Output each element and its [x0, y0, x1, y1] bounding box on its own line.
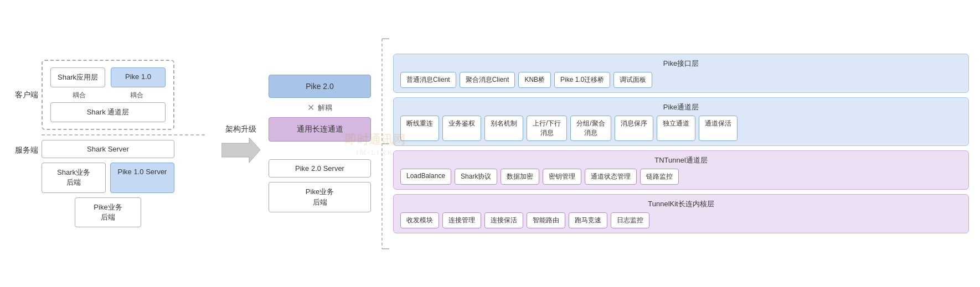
client-dashed-box: Shark应用层 Pike 1.0 耦合 耦合 Shark 通道层 [42, 60, 174, 130]
item-debug-panel: 调试面板 [613, 72, 652, 88]
arch-label: 架构升级 [225, 124, 256, 134]
shark-server-box: Shark Server [42, 140, 174, 158]
decouple-label: 解耦 [318, 103, 332, 113]
pike-channel-items: 断线重连 业务鉴权 别名机制 上行/下行消息 分组/聚合消息 消息保序 独立通道… [400, 116, 962, 141]
pike-channel-title: Pike通道层 [400, 102, 962, 112]
server-row: 服务端 Shark Server Shark业务后端 Pike 1.0 Serv… [11, 140, 205, 227]
tunnelkit-layer: TunnelKit长连内核层 收发模块 连接管理 连接保活 智能路由 跑马竞速 … [393, 194, 969, 233]
coupling2-label: 耦合 [130, 91, 143, 100]
pike-interface-items: 普通消息Client 聚合消息Client KNB桥 Pike 1.0迁移桥 调… [400, 72, 962, 88]
server-boxes: Shark Server Shark业务后端 Pike 1.0 Server P… [42, 140, 174, 227]
channel-box: 通用长连通道 [269, 117, 371, 142]
item-channel-status: 通道状态管理 [585, 169, 637, 185]
client-label: 客户端 [11, 90, 42, 100]
pike-interface-layer: Pike接口层 普通消息Client 聚合消息Client KNB桥 Pike … [393, 54, 969, 93]
pike2-middle-section: Pike 2.0 ✕ 解耦 通用长连通道 Pike 2.0 Server Pik… [269, 75, 371, 212]
item-knb-bridge: KNB桥 [518, 72, 551, 88]
item-agg-client: 聚合消息Client [460, 72, 515, 88]
decouple-row: ✕ 解耦 [269, 102, 371, 113]
tunnelkit-items: 收发模块 连接管理 连接保活 智能路由 跑马竞速 日志监控 [400, 212, 962, 228]
item-conn-mgmt: 连接管理 [442, 212, 481, 228]
item-solo-channel: 独立通道 [657, 116, 695, 141]
shark-backend-box: Shark业务后端 [42, 163, 106, 192]
coupling-row: 耦合 耦合 [50, 91, 166, 100]
client-top-row: Shark应用层 Pike 1.0 [50, 67, 166, 87]
item-link-monitor: 链路监控 [640, 169, 679, 185]
pike10-server-box: Pike 1.0 Server [110, 163, 174, 192]
shark-app-box: Shark应用层 [50, 67, 105, 87]
spacer [269, 146, 371, 155]
item-channel-keepalive: 通道保活 [699, 116, 737, 141]
main-layout: 即时通讯网 IM·LINK 客户端 Shark应用层 Pike 1.0 耦合 [11, 6, 969, 281]
pike-backend-left-box: Pike业务后端 [75, 197, 141, 227]
tntunnel-items: LoadBalance Shark协议 数据加密 密钥管理 通道状态管理 链路监… [400, 169, 962, 185]
svg-marker-0 [221, 138, 260, 163]
item-log-monitor: 日志监控 [611, 212, 649, 228]
tntunnel-layer: TNTunnel通道层 LoadBalance Shark协议 数据加密 密钥管… [393, 150, 969, 190]
server-second-row: Shark业务后端 Pike 1.0 Server [42, 163, 174, 192]
right-layers: Pike接口层 普通消息Client 聚合消息Client KNB桥 Pike … [393, 54, 969, 233]
h-divider [42, 134, 205, 135]
item-msg-order: 消息保序 [615, 116, 653, 141]
pike-backend-box: Pike业务后端 [269, 182, 371, 212]
item-shark-protocol: Shark协议 [455, 169, 497, 185]
right-arrow-svg [221, 138, 260, 163]
item-alias: 别名机制 [484, 116, 523, 141]
item-key-mgmt: 密钥管理 [543, 169, 581, 185]
item-conn-keepalive: 连接保活 [484, 212, 523, 228]
diagram-container: 即时通讯网 IM·LINK 客户端 Shark应用层 Pike 1.0 耦合 [0, 0, 980, 287]
shark-channel-box: Shark 通道层 [50, 102, 166, 122]
item-updown-msg: 上行/下行消息 [527, 116, 567, 141]
connect-line [374, 33, 390, 254]
item-loadbalance: LoadBalance [400, 169, 451, 185]
dashed-line-svg [374, 33, 390, 254]
item-normal-client: 普通消息Client [400, 72, 456, 88]
item-race: 跑马竞速 [569, 212, 607, 228]
client-row: 客户端 Shark应用层 Pike 1.0 耦合 耦合 Shark 通道层 [11, 60, 205, 130]
pike2-server-box: Pike 2.0 Server [269, 159, 371, 178]
item-encrypt: 数据加密 [501, 169, 539, 185]
pike-interface-title: Pike接口层 [400, 59, 962, 69]
pike-channel-layer: Pike通道层 断线重连 业务鉴权 别名机制 上行/下行消息 分组/聚合消息 消… [393, 97, 969, 146]
left-column: 客户端 Shark应用层 Pike 1.0 耦合 耦合 Shark 通道层 [11, 60, 205, 227]
item-send-recv: 收发模块 [400, 212, 439, 228]
tunnelkit-title: TunnelKit长连内核层 [400, 199, 962, 209]
server-label: 服务端 [11, 145, 42, 155]
item-pike10-bridge: Pike 1.0迁移桥 [554, 72, 610, 88]
item-auth: 业务鉴权 [442, 116, 481, 141]
pike10-box: Pike 1.0 [111, 67, 166, 87]
pike2-box: Pike 2.0 [269, 75, 371, 98]
coupling1-label: 耦合 [73, 91, 86, 100]
arch-upgrade-section: 架构升级 [221, 124, 260, 163]
item-smart-route: 智能路由 [527, 212, 565, 228]
item-reconnect: 断线重连 [400, 116, 439, 141]
x-mark: ✕ [307, 102, 314, 113]
item-group-agg: 分组/聚合消息 [570, 116, 611, 141]
tntunnel-title: TNTunnel通道层 [400, 155, 962, 165]
